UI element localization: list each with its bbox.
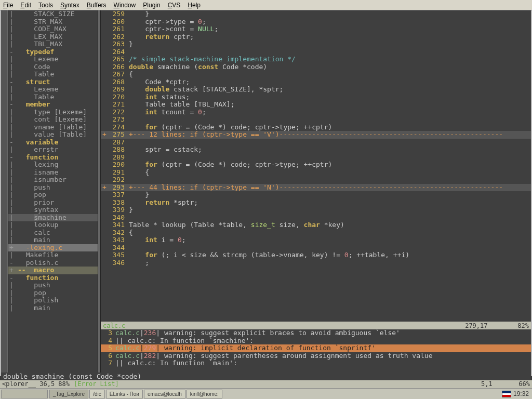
menu-bar[interactable]: FileEditToolsSyntaxBuffersWindowPluginCV…: [0, 0, 532, 10]
sidebar-item[interactable]: - member: [8, 101, 98, 109]
sidebar-item[interactable]: | push: [8, 282, 98, 289]
sidebar-item[interactable]: | pop: [8, 191, 98, 199]
code-line[interactable]: 289: [101, 154, 531, 162]
code-line[interactable]: 262 return cptr;: [101, 33, 531, 41]
code-line[interactable]: 259 }: [101, 10, 531, 18]
sidebar-item[interactable]: | main: [8, 304, 98, 312]
sidebar-item[interactable]: | Code: [8, 63, 98, 71]
sidebar-item[interactable]: | LEX_MAX: [8, 33, 98, 41]
sidebar-item[interactable]: | CODE_MAX: [8, 25, 98, 33]
sidebar-item[interactable]: | calc: [8, 229, 98, 237]
sidebar-item[interactable]: - variable: [8, 139, 98, 147]
sidebar-item[interactable]: | cont [Lexeme]: [8, 116, 98, 124]
taskbar-button[interactable]: emacs@localh: [144, 390, 185, 398]
code-line[interactable]: 340: [101, 214, 531, 222]
sidebar-item[interactable]: - function: [8, 154, 98, 162]
code-line[interactable]: 343 int i = 0;: [101, 236, 531, 244]
code-line[interactable]: 292: [101, 176, 531, 184]
code-line[interactable]: 290 for (cptr = (Code *) code; cptr->typ…: [101, 161, 531, 169]
code-line[interactable]: 260 cptr->type = 0;: [101, 18, 531, 26]
code-line[interactable]: 266double smachine (const Code *code): [101, 63, 531, 71]
error-row[interactable]: 5calc.c|279| warning: implicit declarati…: [101, 344, 531, 352]
code-line[interactable]: 270 int status;: [101, 94, 531, 101]
sidebar-item[interactable]: - typedef: [8, 48, 98, 56]
code-line[interactable]: 264: [101, 48, 531, 56]
sidebar-item[interactable]: | Makefile: [8, 251, 98, 259]
menu-window[interactable]: Window: [114, 2, 136, 9]
command-line[interactable]: double smachine (const Code *code): [1, 373, 531, 380]
code-line[interactable]: 274 for (cptr = (Code *) code; cptr->typ…: [101, 124, 531, 131]
sidebar-item[interactable]: | STR_MAX: [8, 18, 98, 26]
sidebar-item[interactable]: | main: [8, 236, 98, 244]
code-line[interactable]: 273: [101, 116, 531, 124]
code-line[interactable]: 269 double cstack [STACK_SIZE], *sptr;: [101, 86, 531, 94]
sidebar-item[interactable]: | Table: [8, 94, 98, 101]
sidebar-item[interactable]: | lexing: [8, 161, 98, 169]
code-line[interactable]: 265/* simple stack-machine implementatio…: [101, 56, 531, 63]
sidebar-item[interactable]: | Table: [8, 71, 98, 78]
menu-cvs[interactable]: CVS: [168, 2, 181, 9]
error-row[interactable]: 7|| calc.c: In function `main':: [101, 360, 531, 367]
menu-file[interactable]: File: [3, 2, 13, 9]
sidebar-item[interactable]: | lookup: [8, 221, 98, 229]
code-area[interactable]: 259 }260 cptr->type = 0;261 cptr->cont =…: [101, 10, 531, 322]
error-list[interactable]: 3calc.c|236| warning: suggest explicit b…: [101, 329, 531, 375]
code-line[interactable]: 338 return *sptr;: [101, 199, 531, 207]
sidebar-item[interactable]: | isnumber: [8, 176, 98, 184]
code-line[interactable]: 345 for (; i < size && strcmp (table->vn…: [101, 251, 531, 259]
sidebar-item[interactable]: - function: [8, 274, 98, 282]
code-line[interactable]: +293+--- 44 lines: if (cptr->type == 'N'…: [101, 184, 531, 192]
menu-plugin[interactable]: Plugin: [143, 2, 160, 9]
code-line[interactable]: 342{: [101, 229, 531, 237]
taskbar[interactable]: _Tag_Explore/dicELinks - Поиemacs@localh…: [0, 388, 532, 399]
sidebar-item[interactable]: | value [Table]: [8, 131, 98, 139]
taskbar-button[interactable]: /dic: [89, 390, 105, 398]
taskbar-button[interactable]: _Tag_Explore: [49, 390, 88, 398]
sidebar-item[interactable]: | polish: [8, 297, 98, 304]
sidebar-item[interactable]: | prior: [8, 199, 98, 207]
code-line[interactable]: 268 Code *cptr;: [101, 78, 531, 86]
code-line[interactable]: 341Table * lookup (Table *table, size_t …: [101, 221, 531, 229]
taskbar-button[interactable]: ELinks - Пои: [106, 390, 143, 398]
sidebar-item[interactable]: | STACK_SIZE: [8, 10, 98, 18]
code-line[interactable]: 271 Table table [TBL_MAX];: [101, 101, 531, 109]
sidebar-item[interactable]: - polish.c: [8, 259, 98, 267]
sidebar-item[interactable]: | push: [8, 184, 98, 192]
sidebar-item[interactable]: | syntax: [8, 206, 98, 214]
code-line[interactable]: 263}: [101, 41, 531, 48]
error-row[interactable]: 4|| calc.c: In function `smachine':: [101, 337, 531, 345]
start-button[interactable]: [1, 390, 48, 398]
sidebar-item[interactable]: | errstr: [8, 146, 98, 154]
error-row[interactable]: 3calc.c|236| warning: suggest explicit b…: [101, 329, 531, 337]
code-line[interactable]: 346 ;: [101, 259, 531, 267]
sidebar-item[interactable]: | pop: [8, 289, 98, 297]
code-line[interactable]: 344: [101, 244, 531, 252]
taskbar-button[interactable]: kirill@home:: [187, 390, 222, 398]
code-line[interactable]: 291 {: [101, 169, 531, 177]
code-line[interactable]: 339}: [101, 206, 531, 214]
sidebar-item[interactable]: | isname: [8, 169, 98, 177]
code-line[interactable]: 272 int tcount = 0;: [101, 109, 531, 116]
code-line[interactable]: 287: [101, 139, 531, 147]
sidebar-item[interactable]: | Lexeme: [8, 56, 98, 63]
menu-edit[interactable]: Edit: [20, 2, 31, 9]
tag-explorer-sidebar[interactable]: | STACK_SIZE| STR_MAX| CODE_MAX| LEX_MAX…: [8, 10, 98, 375]
code-line[interactable]: 267{: [101, 71, 531, 78]
sidebar-item[interactable]: | type [Lexeme]: [8, 109, 98, 116]
menu-buffers[interactable]: Buffers: [87, 2, 107, 9]
sidebar-item[interactable]: | smachine: [8, 214, 98, 222]
menu-help[interactable]: Help: [188, 2, 201, 9]
code-line[interactable]: 261 cptr->cont = NULL;: [101, 25, 531, 33]
sidebar-item[interactable]: + -lexing.c: [8, 244, 98, 252]
error-row[interactable]: 6calc.c|282| warning: suggest parenthese…: [101, 352, 531, 360]
sidebar-item[interactable]: - struct: [8, 78, 98, 86]
menu-syntax[interactable]: Syntax: [60, 2, 79, 9]
code-line[interactable]: +275+--- 12 lines: if (cptr->type == 'V'…: [101, 131, 531, 139]
sidebar-item[interactable]: + -- macro: [8, 267, 98, 274]
sidebar-item[interactable]: | vname [Table]: [8, 124, 98, 131]
code-line[interactable]: 337 }: [101, 191, 531, 199]
code-line[interactable]: 288 sptr = cstack;: [101, 146, 531, 154]
sidebar-item[interactable]: | Lexeme: [8, 86, 98, 94]
menu-tools[interactable]: Tools: [38, 2, 53, 9]
sidebar-item[interactable]: | TBL_MAX: [8, 41, 98, 48]
